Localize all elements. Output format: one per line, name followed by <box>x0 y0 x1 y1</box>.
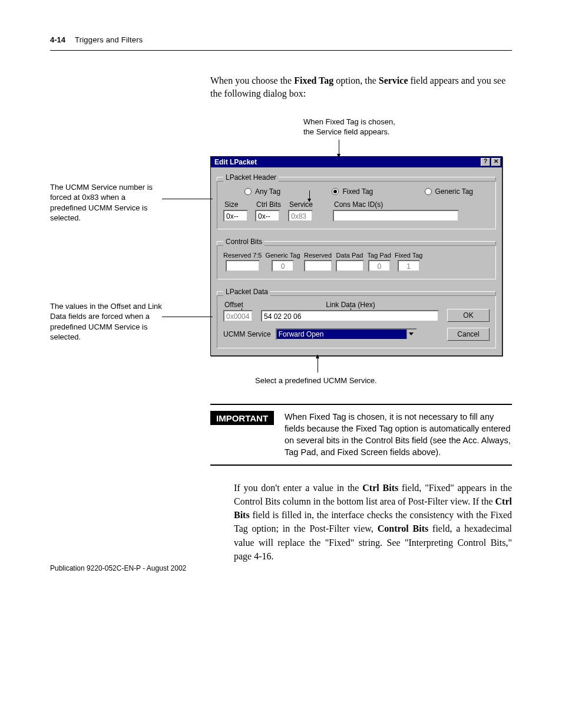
size-field[interactable]: 0x-- <box>223 210 248 222</box>
radio-icon <box>244 188 252 195</box>
ok-button[interactable]: OK <box>447 309 490 322</box>
callout-line-2 <box>162 317 213 317</box>
service-label: Service <box>288 200 313 209</box>
linkdata-field[interactable]: 54 02 20 06 <box>261 310 439 322</box>
lpacket-data-group: LPacket Data Offset 0x0004 Link Data (He… <box>217 288 496 348</box>
service-field: 0x83 <box>288 210 313 222</box>
radio-icon <box>425 188 432 195</box>
ucmm-service-value: Forward Open <box>277 330 406 339</box>
body-paragraph-2: If you don't enter a value in the Ctrl B… <box>234 481 512 563</box>
ctrlbits-field[interactable]: 0x-- <box>255 210 280 222</box>
consmac-label: Cons Mac ID(s) <box>333 200 459 209</box>
side-callout-1: The UCMM Service number is forced at 0x8… <box>50 182 162 223</box>
cb-tagpad-label: Tag Pad <box>368 252 391 259</box>
important-block: IMPORTANT When Fixed Tag is chosen, it i… <box>210 404 512 466</box>
lpacket-header-legend: LPacket Header <box>223 173 279 182</box>
important-badge: IMPORTANT <box>210 411 274 425</box>
radio-icon <box>332 188 339 195</box>
cb-res75-field[interactable] <box>226 260 260 272</box>
cb-datapad-field[interactable] <box>336 260 364 272</box>
control-bits-group: Control Bits Reserved 7:5 Generic Tag 0 … <box>217 238 496 279</box>
lpacket-header-group: LPacket Header Any Tag Fixed Tag Gene <box>217 173 496 229</box>
cb-tagpad-field: 0 <box>368 260 391 272</box>
chapter-title: Triggers and Filters <box>75 35 143 44</box>
cb-fixedtag-label: Fixed Tag <box>395 252 423 259</box>
help-icon[interactable]: ? <box>481 158 490 166</box>
ctrlbits-label: Ctrl Bits <box>255 200 281 209</box>
cb-generic-field: 0 <box>272 260 294 272</box>
radio-fixed-tag[interactable]: Fixed Tag <box>332 187 373 196</box>
offset-field: 0x0004 <box>223 310 253 322</box>
dialog-titlebar[interactable]: Edit LPacket ? ✕ <box>211 157 502 167</box>
cb-fixedtag-field: 1 <box>398 260 420 272</box>
cb-reserved-label: Reserved <box>304 252 332 259</box>
important-text: When Fixed Tag is chosen, it is not nece… <box>285 411 512 459</box>
cb-reserved-field[interactable] <box>304 260 332 272</box>
pointer-down-icon <box>339 140 512 156</box>
size-label: Size <box>223 200 248 209</box>
caption-top: When Fixed Tag is chosen, the Service fi… <box>303 117 512 137</box>
intro-paragraph: When you choose the Fixed Tag option, th… <box>210 74 512 101</box>
caption-bottom: Select a predefined UCMM Service. <box>255 376 512 385</box>
publication-footer: Publication 9220-052C-EN-P - August 2002 <box>50 564 186 572</box>
radio-generic-tag[interactable]: Generic Tag <box>425 187 473 196</box>
cb-res75-label: Reserved 7:5 <box>223 252 262 259</box>
cb-generic-label: Generic Tag <box>265 252 300 259</box>
header-rule <box>50 50 512 51</box>
pointer-up-icon <box>318 356 512 373</box>
side-callout-2: The values in the Offset and Link Data f… <box>50 301 162 342</box>
ucmm-service-select[interactable]: Forward Open <box>276 328 417 340</box>
radio-any-tag[interactable]: Any Tag <box>244 187 280 196</box>
edit-lpacket-dialog: Edit LPacket ? ✕ LPacket Header Any Tag <box>210 156 503 356</box>
linkdata-label: Link Data (Hex) <box>261 301 439 309</box>
cb-datapad-label: Data Pad <box>336 252 363 259</box>
dialog-title: Edit LPacket <box>214 158 257 166</box>
control-bits-legend: Control Bits <box>223 238 265 246</box>
ucmm-service-label: UCMM Service <box>223 330 271 338</box>
callout-line-1 <box>162 199 213 199</box>
close-icon[interactable]: ✕ <box>491 158 501 166</box>
lpacket-data-legend: LPacket Data <box>223 288 270 296</box>
figure-wrapper: The UCMM Service number is forced at 0x8… <box>50 156 512 385</box>
cancel-button[interactable]: Cancel <box>447 328 490 341</box>
consmac-field[interactable] <box>333 210 459 222</box>
chevron-down-icon[interactable] <box>406 330 416 339</box>
page-number: 4-14 <box>50 35 65 44</box>
offset-label: Offset <box>223 301 253 309</box>
